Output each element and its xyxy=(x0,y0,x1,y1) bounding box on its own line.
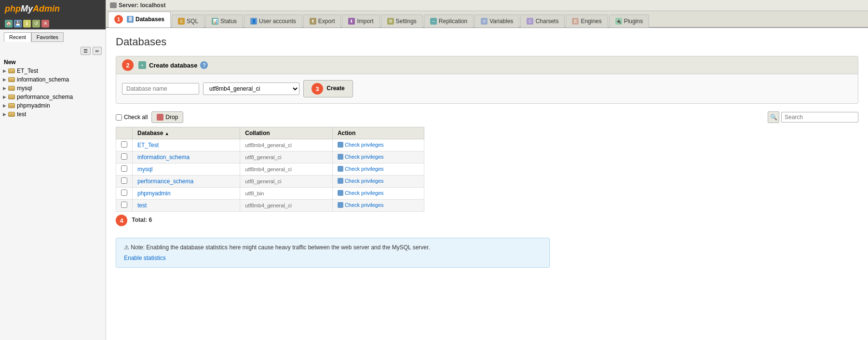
tab-engines[interactable]: E Engines xyxy=(566,14,608,27)
create-db-header: 2 + Create database ? xyxy=(116,56,858,74)
status-tab-icon: 📊 xyxy=(212,18,218,25)
variables-tab-icon: V xyxy=(481,18,488,25)
tab-export[interactable]: ⬆ Export xyxy=(303,14,341,27)
database-list: New ▶ ET_Test ▶ information_schema ▶ mys… xyxy=(0,57,106,340)
collation-value: utf8mb4_general_ci xyxy=(245,166,292,172)
sidebar: phpMyAdmin 🏠 💾 ℹ ↺ ✕ Recent Favorites ☰ … xyxy=(0,0,106,340)
row-action: Check privileges xyxy=(332,163,424,176)
row-checkbox-cell xyxy=(116,139,133,151)
sidebar-item-mysql[interactable]: ▶ mysql xyxy=(0,84,106,93)
privileges-icon xyxy=(338,142,343,148)
row-checkbox[interactable] xyxy=(121,202,127,208)
expand-arrow: ▶ xyxy=(3,95,6,99)
create-database-button[interactable]: 3 Create xyxy=(303,80,353,97)
row-db-name: performance_schema xyxy=(133,176,240,188)
topbar: Server: localhost xyxy=(106,0,868,11)
db-name-link[interactable]: mysql xyxy=(137,166,152,173)
import-tab-icon: ⬇ xyxy=(348,18,355,25)
row-checkbox-cell xyxy=(116,200,133,212)
db-name-link[interactable]: performance_schema xyxy=(137,178,193,185)
sidebar-item-performance-schema[interactable]: ▶ performance_schema xyxy=(0,93,106,101)
tab-status-label: Status xyxy=(220,18,237,25)
row-db-name: information_schema xyxy=(133,151,240,163)
check-privileges-button[interactable]: Check privileges xyxy=(338,202,384,208)
row-checkbox[interactable] xyxy=(121,190,127,196)
table-row: phpmyadmin utf8_bin Check privileges xyxy=(116,188,424,200)
tab-settings[interactable]: ⚙ Settings xyxy=(381,14,423,27)
favorites-tab[interactable]: Favorites xyxy=(31,32,64,42)
tab-sql-label: SQL xyxy=(187,18,198,25)
tab-replication[interactable]: ↔ Replication xyxy=(424,14,474,27)
check-all-label: Check all xyxy=(124,114,148,121)
home-icon[interactable]: 🏠 xyxy=(5,20,13,27)
sidebar-item-phpmyadmin[interactable]: ▶ phpmyadmin xyxy=(0,101,106,110)
db-cylinder-icon xyxy=(8,112,15,117)
drop-button[interactable]: Drop xyxy=(151,111,183,123)
db-cylinder-icon xyxy=(8,95,15,99)
reload-icon[interactable]: ↺ xyxy=(32,20,40,27)
expand-arrow: ▶ xyxy=(3,68,6,73)
tab-user-accounts[interactable]: 👤 User accounts xyxy=(244,14,302,27)
sidebar-item-et-test[interactable]: ▶ ET_Test xyxy=(0,67,106,75)
tab-sql[interactable]: S SQL xyxy=(172,14,204,27)
collation-select[interactable]: utf8mb4_general_ci utf8_general_ci utf8_… xyxy=(203,82,299,95)
new-database-item[interactable]: New xyxy=(0,58,106,67)
database-name-input[interactable] xyxy=(122,83,199,95)
database-col-header[interactable]: Database xyxy=(133,127,240,139)
sidebar-item-test[interactable]: ▶ test xyxy=(0,110,106,119)
tab-import[interactable]: ⬇ Import xyxy=(342,14,380,27)
check-privileges-button[interactable]: Check privileges xyxy=(338,190,384,196)
row-checkbox[interactable] xyxy=(121,153,127,160)
tab-variables[interactable]: V Variables xyxy=(475,14,519,27)
row-checkbox[interactable] xyxy=(121,165,127,172)
enable-statistics-link[interactable]: Enable statistics xyxy=(124,255,166,261)
db-name-label: phpmyadmin xyxy=(17,102,50,109)
tab-charsets[interactable]: C Charsets xyxy=(520,14,565,27)
table-row: information_schema utf8_general_ci Check… xyxy=(116,151,424,163)
sidebar-item-information-schema[interactable]: ▶ information_schema xyxy=(0,75,106,84)
search-input[interactable] xyxy=(781,112,858,122)
sidebar-toolbar: ☰ ∞ xyxy=(0,45,106,57)
tab-engines-label: Engines xyxy=(581,18,601,25)
row-checkbox[interactable] xyxy=(121,141,127,148)
collation-value: utf8_general_ci xyxy=(245,178,281,184)
row-db-name: ET_Test xyxy=(133,139,240,151)
total-row: 4 Total: 6 xyxy=(116,215,858,226)
check-privileges-button[interactable]: Check privileges xyxy=(338,154,384,160)
row-collation: utf8mb4_general_ci xyxy=(240,200,333,212)
db-cylinder-icon xyxy=(8,86,15,91)
tab-plugins[interactable]: 🔌 Plugins xyxy=(609,14,649,27)
action-col-header: Action xyxy=(332,127,424,139)
check-all-container: Check all xyxy=(116,114,148,121)
sidebar-expand-btn[interactable]: ☰ xyxy=(81,47,91,55)
recent-tab[interactable]: Recent xyxy=(4,32,31,42)
check-all-checkbox[interactable] xyxy=(116,114,122,121)
create-db-icon: + xyxy=(138,61,146,69)
row-checkbox[interactable] xyxy=(121,177,127,184)
check-privileges-button[interactable]: Check privileges xyxy=(338,178,384,184)
circle-1: 1 xyxy=(114,15,123,24)
db-name-link[interactable]: test xyxy=(137,202,147,209)
tab-status[interactable]: 📊 Status xyxy=(205,14,243,27)
db-name-link[interactable]: phpmyadmin xyxy=(137,190,171,197)
collation-value: utf8_general_ci xyxy=(245,154,281,160)
tab-replication-label: Replication xyxy=(439,18,467,25)
check-privileges-button[interactable]: Check privileges xyxy=(338,166,384,172)
user-tab-icon: 👤 xyxy=(250,18,257,25)
tab-export-label: Export xyxy=(318,18,335,25)
database-icon[interactable]: 💾 xyxy=(14,20,22,27)
exit-icon[interactable]: ✕ xyxy=(41,20,49,27)
db-name-link[interactable]: ET_Test xyxy=(137,142,159,149)
logo-area: phpMyAdmin xyxy=(0,0,106,18)
db-cylinder-icon xyxy=(8,103,15,108)
row-action: Check privileges xyxy=(332,139,424,151)
tab-databases[interactable]: 1 🗄 Databases xyxy=(108,12,171,27)
info-icon[interactable]: ℹ xyxy=(23,20,31,27)
check-privileges-button[interactable]: Check privileges xyxy=(338,142,384,148)
row-collation: utf8mb4_general_ci xyxy=(240,139,333,151)
server-icon xyxy=(110,2,117,8)
help-icon[interactable]: ? xyxy=(200,61,208,69)
sidebar-link-btn[interactable]: ∞ xyxy=(93,47,102,55)
db-name-link[interactable]: information_schema xyxy=(137,154,190,161)
tab-import-label: Import xyxy=(357,18,373,25)
